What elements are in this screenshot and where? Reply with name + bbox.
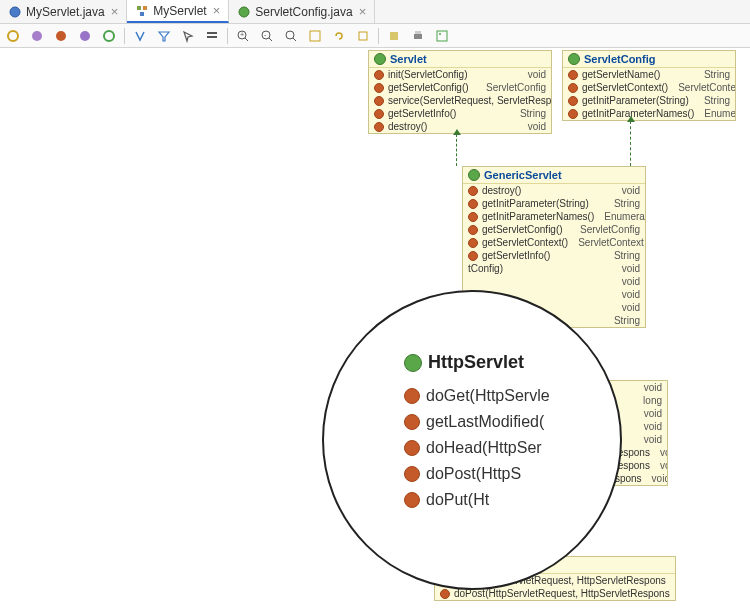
svg-point-9 <box>104 31 114 41</box>
package-filter-icon[interactable] <box>76 27 94 45</box>
tab-label: MyServlet <box>153 4 206 18</box>
svg-rect-1 <box>137 6 141 10</box>
box-title: HttpServlet <box>428 352 524 373</box>
svg-rect-20 <box>310 31 320 41</box>
tab-label: ServletConfig.java <box>255 5 352 19</box>
method-icon <box>374 83 384 93</box>
uml-box-httpservlet[interactable]: HttpServlet doGet(HttpServle getLastModi… <box>404 352 550 513</box>
svg-rect-22 <box>390 32 398 40</box>
relayout-icon[interactable] <box>306 27 324 45</box>
method-return: String <box>608 198 640 209</box>
collapse-all-icon[interactable] <box>385 27 403 45</box>
tab-servletconfig-java[interactable]: ServletConfig.java × <box>229 0 375 23</box>
method-return: void <box>616 276 640 287</box>
close-icon[interactable]: × <box>211 3 221 18</box>
export-icon[interactable] <box>354 27 372 45</box>
method-return: void <box>616 185 640 196</box>
svg-line-16 <box>269 38 272 41</box>
class-icon <box>404 354 422 372</box>
hierarchy-filter-icon[interactable] <box>131 27 149 45</box>
method-name: getServletInfo() <box>388 108 456 119</box>
zoom-out-icon[interactable]: - <box>258 27 276 45</box>
method-return: ServletConfig <box>574 224 640 235</box>
refresh-icon[interactable] <box>330 27 348 45</box>
editor-tabbar: MyServlet.java × MyServlet × ServletConf… <box>0 0 750 24</box>
svg-rect-2 <box>143 6 147 10</box>
info-filter-icon[interactable] <box>100 27 118 45</box>
method-icon <box>404 388 420 404</box>
svg-line-19 <box>293 38 296 41</box>
svg-rect-10 <box>207 32 217 34</box>
svg-rect-11 <box>207 36 217 38</box>
method-icon <box>404 414 420 430</box>
toolbar-separator <box>378 28 379 44</box>
method-return: ServletConfig <box>480 82 546 93</box>
close-icon[interactable]: × <box>109 4 119 19</box>
method-icon <box>374 122 384 132</box>
print-icon[interactable] <box>409 27 427 45</box>
svg-rect-24 <box>415 31 421 34</box>
method-icon <box>468 251 478 261</box>
uml-box-servletconfig[interactable]: ServletConfig getServletName()String get… <box>562 50 736 121</box>
method-icon <box>440 589 450 599</box>
method-return: void <box>638 421 662 432</box>
diagram-canvas[interactable]: Servlet init(ServletConfig)void getServl… <box>0 48 750 610</box>
interface-icon <box>568 53 580 65</box>
method-name: doPut(Ht <box>426 491 489 509</box>
method-icon <box>468 238 478 248</box>
tab-myservlet-java[interactable]: MyServlet.java × <box>0 0 127 23</box>
method-icon <box>468 186 478 196</box>
uml-box-servlet[interactable]: Servlet init(ServletConfig)void getServl… <box>368 50 552 134</box>
method-return: void <box>674 588 675 599</box>
svg-point-4 <box>239 7 249 17</box>
method-return: void <box>638 382 662 393</box>
interface-filter-icon[interactable] <box>4 27 22 45</box>
svg-point-8 <box>80 31 90 41</box>
svg-point-26 <box>439 33 441 35</box>
method-icon <box>374 70 384 80</box>
interface-icon <box>374 53 386 65</box>
method-return: void <box>646 473 667 484</box>
method-name: destroy() <box>388 121 427 132</box>
method-icon <box>568 70 578 80</box>
svg-point-5 <box>8 31 18 41</box>
method-return: String <box>608 250 640 261</box>
method-return: Enumeration <box>698 108 735 119</box>
method-return: void <box>616 302 640 313</box>
method-name: destroy() <box>482 185 521 196</box>
align-icon[interactable] <box>203 27 221 45</box>
method-return: void <box>654 447 667 458</box>
method-return: String <box>698 69 730 80</box>
method-name: getInitParameterNames() <box>582 108 694 119</box>
svg-point-6 <box>32 31 42 41</box>
save-image-icon[interactable] <box>433 27 451 45</box>
filter-icon[interactable] <box>155 27 173 45</box>
svg-point-7 <box>56 31 66 41</box>
class-icon <box>468 169 480 181</box>
tab-myservlet-diagram[interactable]: MyServlet × <box>127 0 229 23</box>
method-name: getServletConfig() <box>388 82 469 93</box>
method-return: void <box>616 263 640 274</box>
method-return: ServletContext <box>572 237 644 248</box>
method-name: getInitParameter(String) <box>482 198 589 209</box>
method-name: doPost(HttpS <box>426 465 521 483</box>
method-return: Enumeration <box>598 211 645 222</box>
zoom-in-icon[interactable]: + <box>234 27 252 45</box>
class-filter-icon[interactable] <box>52 27 70 45</box>
method-filter-icon[interactable] <box>28 27 46 45</box>
method-return: void <box>522 121 546 132</box>
svg-text:-: - <box>264 31 267 38</box>
method-name: doPost(HttpServletRequest, HttpServletRe… <box>454 588 670 599</box>
select-icon[interactable] <box>179 27 197 45</box>
class-diagram-icon <box>135 4 149 18</box>
method-name: doGet(HttpServle <box>426 387 550 405</box>
method-name: service(ServletRequest, ServletRespons <box>388 95 551 106</box>
svg-line-13 <box>245 38 248 41</box>
toolbar-separator <box>227 28 228 44</box>
box-title: ServletConfig <box>584 53 656 65</box>
svg-text:+: + <box>240 31 244 38</box>
method-name: getInitParameterNames() <box>482 211 594 222</box>
diagram-toolbar: + - <box>0 24 750 48</box>
zoom-fit-icon[interactable] <box>282 27 300 45</box>
close-icon[interactable]: × <box>357 4 367 19</box>
